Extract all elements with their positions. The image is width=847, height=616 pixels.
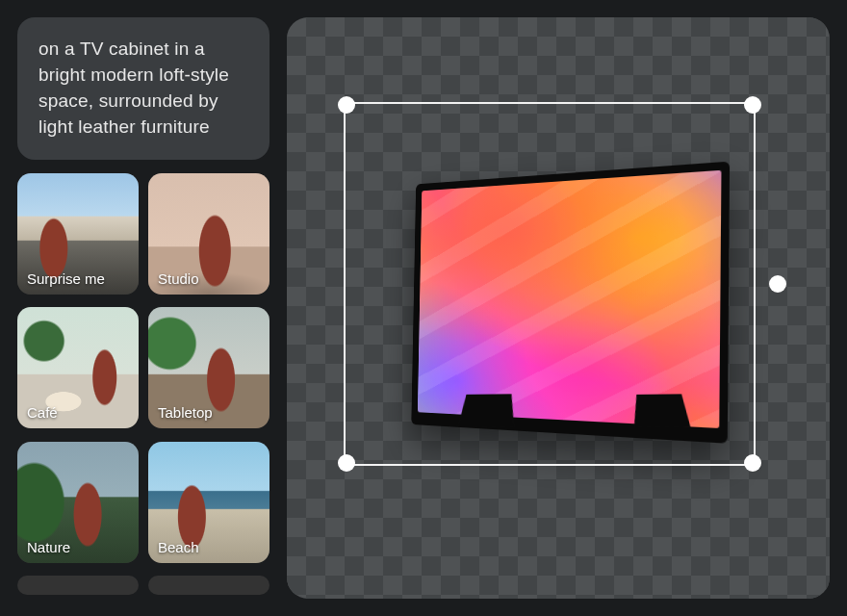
prompt-input[interactable]: on a TV cabinet in a bright modern loft-… bbox=[17, 17, 270, 160]
preset-label: Studio bbox=[158, 270, 199, 287]
bounding-box[interactable] bbox=[344, 102, 756, 466]
resize-handle-bottom-right[interactable] bbox=[744, 454, 761, 472]
preset-label: Nature bbox=[27, 539, 70, 555]
preset-partial-row bbox=[148, 576, 270, 595]
resize-handle-top-left[interactable] bbox=[338, 96, 355, 114]
preset-cafe[interactable]: Café bbox=[17, 307, 139, 428]
preset-label: Surprise me bbox=[27, 270, 105, 287]
sidebar: on a TV cabinet in a bright modern loft-… bbox=[17, 17, 270, 599]
preset-label: Tabletop bbox=[158, 404, 213, 421]
preset-label: Beach bbox=[158, 539, 199, 555]
preset-grid: Surprise me Studio Café Tabletop Nature … bbox=[17, 173, 270, 599]
app-root: on a TV cabinet in a bright modern loft-… bbox=[0, 0, 847, 616]
rotate-handle[interactable] bbox=[769, 275, 786, 293]
preset-tabletop[interactable]: Tabletop bbox=[148, 307, 270, 428]
prompt-text: on a TV cabinet in a bright modern loft-… bbox=[38, 38, 229, 137]
preset-beach[interactable]: Beach bbox=[148, 442, 270, 563]
preset-nature[interactable]: Nature bbox=[17, 442, 139, 563]
preset-label: Café bbox=[27, 404, 58, 421]
canvas-panel bbox=[287, 17, 830, 599]
preset-partial-row bbox=[17, 576, 139, 595]
preset-studio[interactable]: Studio bbox=[148, 173, 270, 295]
resize-handle-bottom-left[interactable] bbox=[338, 454, 355, 472]
resize-handle-top-right[interactable] bbox=[744, 96, 761, 114]
preset-surprise-me[interactable]: Surprise me bbox=[17, 173, 139, 295]
